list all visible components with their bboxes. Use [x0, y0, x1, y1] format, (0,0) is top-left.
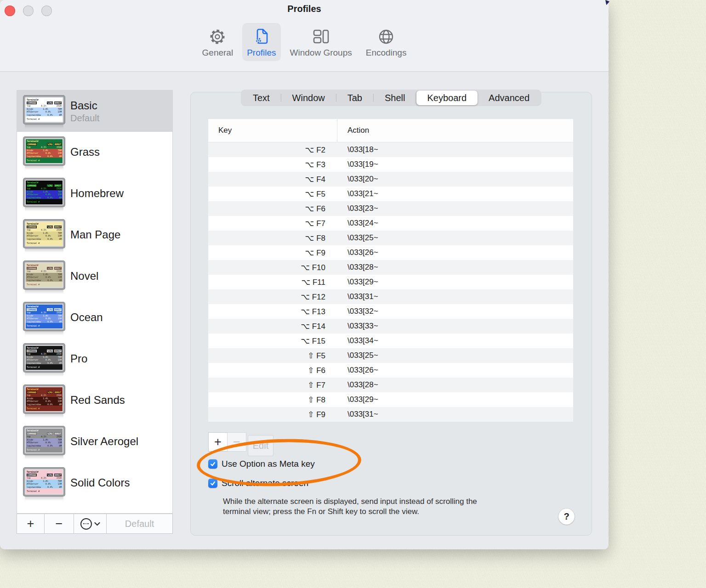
profile-list-item[interactable]: Terminal# COMMAND %CPU RPRVT top4.1%231K…	[17, 339, 172, 380]
toolbar-item-encodings[interactable]: Encodings	[361, 23, 411, 61]
profile-name: Silver Aerogel	[70, 435, 172, 448]
toolbar-item-profiles[interactable]: Profiles	[242, 23, 280, 61]
thumbnail-title: Terminal#	[26, 305, 63, 308]
action-cell: \033[34~	[337, 336, 378, 345]
key-cell: ⌥ F9	[208, 248, 337, 258]
thumbnail-title: Terminal#	[26, 98, 63, 102]
globe-icon	[376, 25, 396, 47]
table-row[interactable]: ⌥ F10 \033[28~	[208, 260, 573, 275]
table-row[interactable]: ⌥ F4 \033[20~	[208, 172, 573, 187]
key-cell: ⇧ F6	[208, 366, 337, 375]
preferences-toolbar: General Profiles	[0, 23, 609, 61]
profile-thumbnail: Terminal# COMMAND %CPU RPRVT top4.1%231K…	[23, 302, 65, 331]
table-row[interactable]: ⌥ F15 \033[34~	[208, 334, 573, 348]
add-profile-button[interactable]: +	[17, 514, 45, 533]
profile-list-item[interactable]: Terminal# COMMAND %CPU RPRVT top4.1%231K…	[17, 173, 172, 215]
checkbox-checked-icon[interactable]	[208, 479, 217, 488]
profile-list-item[interactable]: Terminal# COMMAND %CPU RPRVT top4.1%231K…	[17, 90, 172, 132]
edit-shortcut-button[interactable]: Edit	[248, 435, 273, 456]
profile-thumbnail: Terminal# COMMAND %CPU RPRVT top4.1%231K…	[23, 385, 65, 413]
profile-default-badge: Default	[70, 113, 172, 124]
profile-thumbnail: Terminal# COMMAND %CPU RPRVT top4.1%231K…	[23, 261, 65, 289]
settings-tab[interactable]: Shell	[374, 90, 416, 105]
table-row[interactable]: ⌥ F12 \033[31~	[208, 289, 573, 304]
profile-list-item[interactable]: Terminal# COMMAND %CPU RPRVT top4.1%231K…	[17, 463, 172, 504]
profile-list-item[interactable]: Terminal# COMMAND %CPU RPRVT top4.1%231K…	[17, 297, 172, 339]
key-cell: ⇧ F8	[208, 395, 337, 405]
column-header-action[interactable]: Action	[337, 119, 573, 142]
table-row[interactable]: ⌥ F5 \033[21~	[208, 187, 573, 201]
key-cell: ⌥ F11	[208, 277, 337, 287]
settings-tab-bar: Text Window Tab	[241, 90, 541, 106]
column-header-key[interactable]: Key	[208, 119, 337, 142]
toolbar-item-window-groups[interactable]: Window Groups	[285, 23, 357, 61]
toolbar-label: General	[202, 48, 233, 58]
table-row[interactable]: ⌥ F6 \033[23~	[208, 201, 573, 216]
table-body: ⌥ F2 \033[18~ ⌥ F3 \033[19~ ⌥ F4 \033[20…	[208, 142, 573, 422]
thumbnail-screen: Terminal# COMMAND %CPU RPRVT top4.1%231K…	[25, 138, 63, 164]
table-row[interactable]: ⇧ F6 \033[26~	[208, 363, 573, 378]
remove-profile-button[interactable]: −	[45, 514, 74, 533]
table-row[interactable]: ⌥ F7 \033[24~	[208, 216, 573, 231]
action-cell: \033[26~	[337, 248, 378, 257]
profile-thumbnail: Terminal# COMMAND %CPU RPRVT top4.1%231K…	[23, 96, 65, 124]
profile-name: Man Page	[70, 228, 172, 241]
thumbnail-screen: Terminal# COMMAND %CPU RPRVT top4.1%231K…	[25, 221, 63, 247]
thumbnail-title: Terminal#	[26, 263, 63, 267]
action-cell: \033[24~	[337, 219, 378, 228]
profile-list-item[interactable]: Terminal# COMMAND %CPU RPRVT top4.1%231K…	[17, 421, 172, 463]
table-row[interactable]: ⌥ F11 \033[29~	[208, 275, 573, 289]
profile-actions-menu-button[interactable]	[74, 514, 107, 533]
action-cell: \033[26~	[337, 366, 378, 375]
table-row[interactable]: ⌥ F2 \033[18~	[208, 142, 573, 157]
key-cell: ⇧ F9	[208, 410, 337, 419]
profile-thumbnail: Terminal# COMMAND %CPU RPRVT top4.1%231K…	[23, 178, 65, 207]
profile-list-item[interactable]: Terminal# COMMAND %CPU RPRVT top4.1%231K…	[17, 380, 172, 421]
help-button[interactable]: ?	[558, 509, 575, 525]
thumbnail-title: Terminal#	[26, 222, 63, 226]
table-row[interactable]: ⌥ F9 \033[26~	[208, 245, 573, 260]
settings-tab[interactable]: Keyboard	[416, 90, 478, 105]
table-row[interactable]: ⇧ F5 \033[25~	[208, 348, 573, 363]
table-row[interactable]: ⌥ F3 \033[19~	[208, 157, 573, 172]
settings-tab[interactable]: Window	[281, 90, 336, 105]
profile-thumbnail: Terminal# COMMAND %CPU RPRVT top4.1%231K…	[23, 137, 65, 165]
profile-list-item[interactable]: Terminal# COMMAND %CPU RPRVT top4.1%231K…	[17, 215, 172, 256]
toolbar-item-general[interactable]: General	[198, 23, 238, 61]
tab-label: Window	[292, 93, 325, 103]
add-shortcut-button[interactable]: +	[208, 432, 228, 452]
use-option-as-meta-key-row[interactable]: Use Option as Meta key	[208, 459, 315, 469]
thumbnail-title: Terminal#	[26, 181, 63, 184]
key-cell: ⌥ F3	[208, 160, 337, 170]
settings-tab[interactable]: Text	[242, 90, 281, 105]
thumbnail-screen: Terminal# COMMAND %CPU RPRVT top4.1%231K…	[25, 304, 63, 329]
table-row[interactable]: ⇧ F9 \033[31~	[208, 407, 573, 422]
window-groups-icon	[311, 25, 331, 47]
checkbox-checked-icon[interactable]	[208, 459, 217, 469]
thumbnail-screen: Terminal# COMMAND %CPU RPRVT top4.1%231K…	[25, 345, 63, 371]
profile-thumbnail: Terminal# COMMAND %CPU RPRVT top4.1%231K…	[23, 220, 65, 248]
profile-list-item[interactable]: Terminal# COMMAND %CPU RPRVT top4.1%231K…	[17, 132, 172, 173]
tab-label: Shell	[385, 93, 405, 103]
remove-shortcut-button[interactable]: −	[227, 432, 246, 452]
profile-thumbnail: Terminal# COMMAND %CPU RPRVT top4.1%231K…	[23, 426, 65, 455]
profile-list-item[interactable]: Terminal# COMMAND %CPU RPRVT top4.1%231K…	[17, 256, 172, 297]
settings-tab[interactable]: Tab	[336, 90, 373, 105]
scroll-help-text: While the alternate screen is displayed,…	[223, 497, 540, 516]
profile-list-toolbar: + − Default	[17, 514, 173, 534]
scroll-alternate-screen-row[interactable]: Scroll alternate screen	[208, 478, 308, 488]
profile-list: Terminal# COMMAND %CPU RPRVT top4.1%231K…	[17, 90, 173, 514]
key-cell: ⌥ F14	[208, 322, 337, 331]
table-row[interactable]: ⌥ F14 \033[33~	[208, 319, 573, 334]
profile-name: Ocean	[70, 311, 172, 324]
key-cell: ⌥ F4	[208, 175, 337, 184]
settings-tab[interactable]: Advanced	[478, 90, 541, 105]
checkbox-label: Use Option as Meta key	[222, 459, 315, 469]
table-row[interactable]: ⇧ F7 \033[28~	[208, 378, 573, 392]
table-row[interactable]: ⌥ F8 \033[25~	[208, 231, 573, 245]
key-cell: ⇧ F7	[208, 380, 337, 390]
set-default-button[interactable]: Default	[107, 514, 172, 533]
table-row[interactable]: ⌥ F13 \033[32~	[208, 304, 573, 319]
key-cell: ⌥ F6	[208, 204, 337, 214]
table-row[interactable]: ⇧ F8 \033[29~	[208, 392, 573, 407]
